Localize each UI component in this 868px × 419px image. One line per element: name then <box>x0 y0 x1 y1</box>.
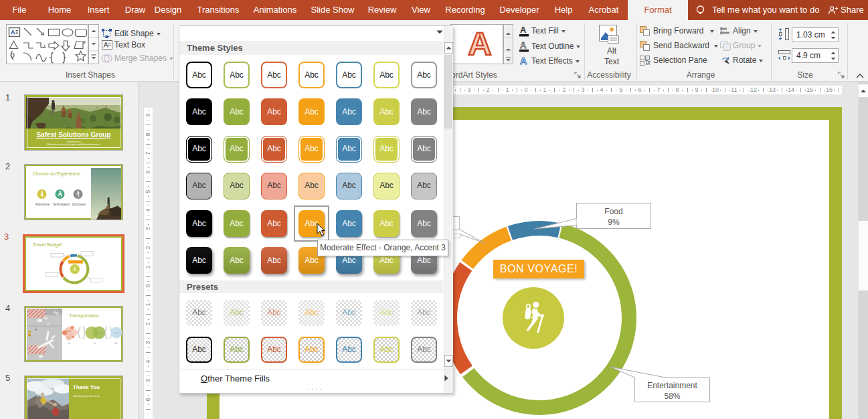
svg-text:Air: Air <box>89 332 91 334</box>
svg-text:Discovery: Discovery <box>72 203 86 206</box>
svg-text:A: A <box>520 25 527 35</box>
svg-text:A: A <box>520 40 527 50</box>
svg-text:Rail: Rail <box>114 342 118 345</box>
svg-text:Travel: Travel <box>67 337 72 338</box>
svg-text:Car: Car <box>68 342 70 345</box>
svg-text:Railway: Railway <box>114 332 120 334</box>
svg-text:A: A <box>520 56 527 66</box>
svg-text:Economy: Economy <box>96 332 104 334</box>
svg-text:Enthusiasm: Enthusiasm <box>54 203 70 206</box>
svg-text:Auto: Auto <box>67 330 71 333</box>
svg-text:Adventure: Adventure <box>35 203 50 206</box>
svg-text:Jet: Jet <box>94 342 96 345</box>
svg-text:A: A <box>104 41 109 49</box>
